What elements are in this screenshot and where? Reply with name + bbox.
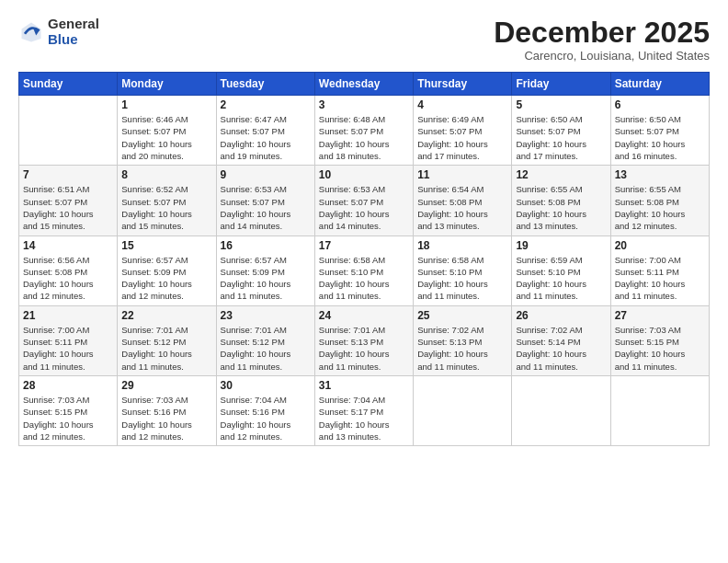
calendar-cell: 4Sunrise: 6:49 AM Sunset: 5:07 PM Daylig… (414, 96, 512, 166)
calendar-cell: 24Sunrise: 7:01 AM Sunset: 5:13 PM Dayli… (314, 305, 413, 375)
day-number: 28 (23, 379, 113, 392)
weekday-header-thursday: Thursday (414, 73, 512, 96)
day-info: Sunrise: 7:01 AM Sunset: 5:12 PM Dayligh… (121, 324, 211, 373)
day-info: Sunrise: 7:03 AM Sunset: 5:16 PM Dayligh… (121, 394, 211, 442)
weekday-header-friday: Friday (512, 73, 610, 96)
day-info: Sunrise: 7:03 AM Sunset: 5:15 PM Dayligh… (615, 324, 705, 373)
day-number: 20 (615, 239, 705, 252)
day-number: 1 (121, 98, 211, 111)
calendar-table: SundayMondayTuesdayWednesdayThursdayFrid… (18, 72, 710, 446)
week-row-2: 7Sunrise: 6:51 AM Sunset: 5:07 PM Daylig… (19, 166, 710, 236)
page: General Blue December 2025 Carencro, Lou… (0, 0, 728, 563)
day-info: Sunrise: 6:50 AM Sunset: 5:07 PM Dayligh… (516, 113, 606, 162)
day-info: Sunrise: 6:58 AM Sunset: 5:10 PM Dayligh… (417, 254, 507, 303)
weekday-header-saturday: Saturday (610, 73, 709, 96)
day-info: Sunrise: 7:02 AM Sunset: 5:14 PM Dayligh… (516, 324, 606, 373)
month-title: December 2025 (494, 17, 710, 49)
calendar-cell: 12Sunrise: 6:55 AM Sunset: 5:08 PM Dayli… (512, 166, 610, 236)
day-info: Sunrise: 6:47 AM Sunset: 5:07 PM Dayligh… (221, 113, 311, 162)
calendar-cell: 31Sunrise: 7:04 AM Sunset: 5:17 PM Dayli… (314, 375, 413, 445)
calendar-cell: 21Sunrise: 7:00 AM Sunset: 5:11 PM Dayli… (19, 305, 118, 375)
day-number: 18 (417, 239, 507, 252)
calendar-cell: 14Sunrise: 6:56 AM Sunset: 5:08 PM Dayli… (19, 236, 118, 305)
day-number: 13 (615, 168, 705, 181)
day-number: 4 (417, 98, 507, 111)
weekday-header-wednesday: Wednesday (314, 73, 413, 96)
day-number: 19 (516, 239, 606, 252)
day-info: Sunrise: 7:01 AM Sunset: 5:13 PM Dayligh… (319, 324, 409, 373)
calendar-cell: 2Sunrise: 6:47 AM Sunset: 5:07 PM Daylig… (216, 96, 314, 166)
day-info: Sunrise: 6:56 AM Sunset: 5:08 PM Dayligh… (23, 254, 113, 303)
logo-icon (18, 19, 44, 45)
day-info: Sunrise: 6:53 AM Sunset: 5:07 PM Dayligh… (221, 183, 311, 232)
calendar-cell: 5Sunrise: 6:50 AM Sunset: 5:07 PM Daylig… (512, 96, 610, 166)
weekday-header-monday: Monday (118, 73, 216, 96)
week-row-5: 28Sunrise: 7:03 AM Sunset: 5:15 PM Dayli… (19, 375, 710, 445)
weekday-header-tuesday: Tuesday (216, 73, 314, 96)
calendar-cell: 26Sunrise: 7:02 AM Sunset: 5:14 PM Dayli… (512, 305, 610, 375)
day-number: 29 (121, 379, 211, 392)
day-info: Sunrise: 7:00 AM Sunset: 5:11 PM Dayligh… (615, 254, 705, 303)
day-number: 17 (319, 239, 409, 252)
day-info: Sunrise: 6:49 AM Sunset: 5:07 PM Dayligh… (417, 113, 507, 162)
calendar-cell: 11Sunrise: 6:54 AM Sunset: 5:08 PM Dayli… (414, 166, 512, 236)
calendar-cell: 6Sunrise: 6:50 AM Sunset: 5:07 PM Daylig… (610, 96, 709, 166)
calendar-cell: 16Sunrise: 6:57 AM Sunset: 5:09 PM Dayli… (216, 236, 314, 305)
day-info: Sunrise: 6:53 AM Sunset: 5:07 PM Dayligh… (319, 183, 409, 232)
header: General Blue December 2025 Carencro, Lou… (18, 17, 710, 63)
day-number: 7 (23, 168, 113, 181)
calendar-cell (414, 375, 512, 445)
weekday-header-row: SundayMondayTuesdayWednesdayThursdayFrid… (19, 73, 710, 96)
calendar-cell: 23Sunrise: 7:01 AM Sunset: 5:12 PM Dayli… (216, 305, 314, 375)
day-info: Sunrise: 6:55 AM Sunset: 5:08 PM Dayligh… (516, 183, 606, 232)
logo: General Blue (18, 17, 99, 47)
weekday-header-sunday: Sunday (19, 73, 118, 96)
calendar-cell: 20Sunrise: 7:00 AM Sunset: 5:11 PM Dayli… (610, 236, 709, 305)
calendar-cell: 17Sunrise: 6:58 AM Sunset: 5:10 PM Dayli… (314, 236, 413, 305)
calendar-cell: 15Sunrise: 6:57 AM Sunset: 5:09 PM Dayli… (118, 236, 216, 305)
day-number: 25 (417, 309, 507, 322)
day-info: Sunrise: 6:48 AM Sunset: 5:07 PM Dayligh… (319, 113, 409, 162)
day-number: 24 (319, 309, 409, 322)
day-info: Sunrise: 6:46 AM Sunset: 5:07 PM Dayligh… (121, 113, 211, 162)
day-info: Sunrise: 6:57 AM Sunset: 5:09 PM Dayligh… (121, 254, 211, 303)
day-number: 2 (221, 98, 311, 111)
calendar-cell: 27Sunrise: 7:03 AM Sunset: 5:15 PM Dayli… (610, 305, 709, 375)
day-number: 6 (615, 98, 705, 111)
day-number: 11 (417, 168, 507, 181)
week-row-3: 14Sunrise: 6:56 AM Sunset: 5:08 PM Dayli… (19, 236, 710, 305)
day-info: Sunrise: 7:00 AM Sunset: 5:11 PM Dayligh… (23, 324, 113, 373)
week-row-1: 1Sunrise: 6:46 AM Sunset: 5:07 PM Daylig… (19, 96, 710, 166)
day-info: Sunrise: 6:50 AM Sunset: 5:07 PM Dayligh… (615, 113, 705, 162)
calendar-cell (512, 375, 610, 445)
day-number: 23 (221, 309, 311, 322)
calendar-cell: 10Sunrise: 6:53 AM Sunset: 5:07 PM Dayli… (314, 166, 413, 236)
day-number: 8 (121, 168, 211, 181)
calendar-cell: 13Sunrise: 6:55 AM Sunset: 5:08 PM Dayli… (610, 166, 709, 236)
calendar-cell: 7Sunrise: 6:51 AM Sunset: 5:07 PM Daylig… (19, 166, 118, 236)
logo-blue-label: Blue (48, 32, 99, 48)
day-number: 15 (121, 239, 211, 252)
day-number: 9 (221, 168, 311, 181)
calendar-cell: 29Sunrise: 7:03 AM Sunset: 5:16 PM Dayli… (118, 375, 216, 445)
day-number: 31 (319, 379, 409, 392)
day-number: 21 (23, 309, 113, 322)
logo-text: General Blue (48, 17, 99, 47)
calendar-cell: 19Sunrise: 6:59 AM Sunset: 5:10 PM Dayli… (512, 236, 610, 305)
day-number: 26 (516, 309, 606, 322)
day-info: Sunrise: 7:04 AM Sunset: 5:17 PM Dayligh… (319, 394, 409, 442)
calendar-cell: 3Sunrise: 6:48 AM Sunset: 5:07 PM Daylig… (314, 96, 413, 166)
day-info: Sunrise: 6:55 AM Sunset: 5:08 PM Dayligh… (615, 183, 705, 232)
day-info: Sunrise: 6:52 AM Sunset: 5:07 PM Dayligh… (121, 183, 211, 232)
day-number: 16 (221, 239, 311, 252)
calendar-cell: 30Sunrise: 7:04 AM Sunset: 5:16 PM Dayli… (216, 375, 314, 445)
day-number: 22 (121, 309, 211, 322)
calendar-cell: 22Sunrise: 7:01 AM Sunset: 5:12 PM Dayli… (118, 305, 216, 375)
day-number: 3 (319, 98, 409, 111)
calendar-cell: 8Sunrise: 6:52 AM Sunset: 5:07 PM Daylig… (118, 166, 216, 236)
day-number: 27 (615, 309, 705, 322)
day-number: 30 (221, 379, 311, 392)
day-info: Sunrise: 6:58 AM Sunset: 5:10 PM Dayligh… (319, 254, 409, 303)
day-info: Sunrise: 6:51 AM Sunset: 5:07 PM Dayligh… (23, 183, 113, 232)
day-info: Sunrise: 7:01 AM Sunset: 5:12 PM Dayligh… (221, 324, 311, 373)
